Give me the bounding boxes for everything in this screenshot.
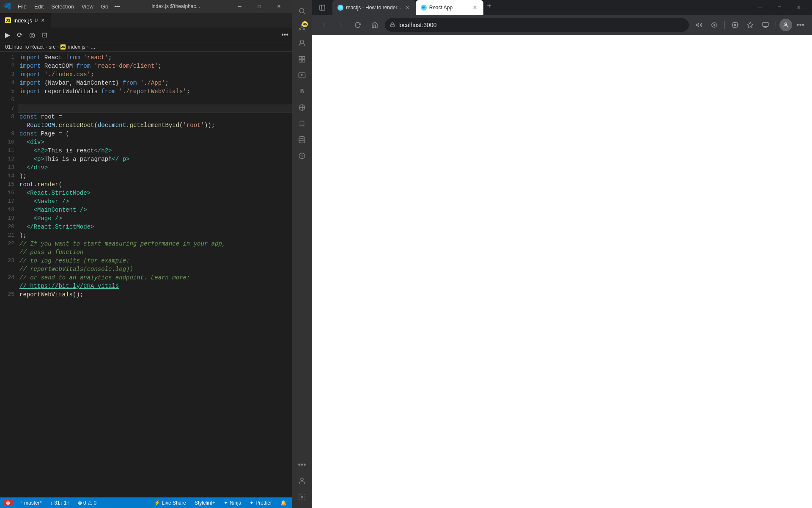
back-button[interactable] bbox=[317, 18, 331, 32]
tab-close-button[interactable]: × bbox=[40, 17, 45, 24]
menu-file[interactable]: File bbox=[14, 3, 30, 11]
collections-button[interactable] bbox=[759, 18, 772, 32]
extensions-sidebar-icon[interactable] bbox=[294, 52, 310, 67]
status-live-share[interactable]: ⚡ Live Share bbox=[152, 500, 188, 506]
browser-minimize-button[interactable]: ─ bbox=[750, 0, 770, 15]
breadcrumb-more[interactable]: … bbox=[91, 44, 96, 50]
home-button[interactable] bbox=[368, 18, 381, 32]
status-stylelint[interactable]: Stylelint+ bbox=[193, 500, 217, 506]
svg-point-22 bbox=[734, 24, 736, 26]
edge-sidebar-icon[interactable] bbox=[294, 100, 310, 115]
bookmark-sidebar-icon[interactable] bbox=[294, 116, 310, 131]
favorites-button[interactable] bbox=[743, 18, 757, 32]
account-sidebar-icon[interactable] bbox=[294, 473, 310, 489]
vscode-logo-icon bbox=[3, 2, 12, 11]
react-app-tab-close[interactable]: ✕ bbox=[472, 4, 478, 11]
ninja-icon: ✦ bbox=[224, 500, 228, 506]
code-line-22a: // If you want to start measuring perfor… bbox=[18, 240, 292, 248]
status-error-indicator[interactable]: ⊗ bbox=[3, 500, 13, 506]
editor-tab-index-js[interactable]: JS index.js U × bbox=[0, 13, 51, 28]
close-button[interactable]: ✕ bbox=[269, 0, 288, 13]
run-button[interactable]: ▶ bbox=[3, 30, 12, 40]
react-docs-tab-close[interactable]: ✕ bbox=[404, 4, 411, 11]
browser-settings-button[interactable] bbox=[728, 18, 742, 32]
svg-point-26 bbox=[785, 23, 787, 25]
watch-button[interactable]: ◎ bbox=[27, 30, 37, 40]
menu-go[interactable]: Go bbox=[98, 3, 112, 11]
source-control-sidebar-icon[interactable]: 45 bbox=[294, 19, 310, 35]
code-line-3: import './index.css'; bbox=[18, 70, 292, 79]
menu-bar: File Edit Selection View Go ••• index.js… bbox=[0, 0, 292, 13]
code-editor[interactable]: import React from 'react'; import ReactD… bbox=[18, 52, 292, 497]
timeline-sidebar-icon[interactable] bbox=[294, 148, 310, 163]
status-prettier[interactable]: ✦ Prettier bbox=[248, 500, 274, 506]
maximize-button[interactable]: □ bbox=[250, 0, 269, 13]
status-branch[interactable]: ⑂ master* bbox=[18, 500, 43, 506]
address-bar[interactable]: localhost:3000 bbox=[385, 18, 689, 32]
read-aloud-button[interactable] bbox=[692, 18, 706, 32]
status-sync[interactable]: ↕ 31↓ 1↑ bbox=[48, 500, 71, 506]
profile-button[interactable] bbox=[779, 19, 792, 31]
code-line-14: ); bbox=[18, 172, 292, 180]
js-breadcrumb-icon: JS bbox=[60, 44, 66, 50]
remote-explorer-sidebar-icon[interactable] bbox=[294, 68, 310, 83]
svg-line-7 bbox=[302, 28, 304, 29]
status-notifications[interactable]: 🔔 bbox=[279, 500, 288, 506]
breadcrumb-project[interactable]: 01.Intro To React bbox=[5, 44, 44, 50]
database-sidebar-icon[interactable] bbox=[294, 132, 310, 147]
browser-close-button[interactable]: ✕ bbox=[789, 0, 809, 15]
browser-window-controls: ─ □ ✕ bbox=[750, 0, 809, 15]
code-line-8a: const root = bbox=[18, 113, 292, 121]
code-line-7 bbox=[18, 104, 292, 113]
browser-tab-react-docs[interactable]: ⚛ reactjs - How to render... ✕ bbox=[332, 0, 416, 15]
editor-area: 12345 678 9 1011121314 1516171819 202122… bbox=[0, 52, 292, 497]
code-line-2: import ReactDOM from 'react-dom/client'; bbox=[18, 62, 292, 70]
forward-button[interactable] bbox=[334, 18, 348, 32]
status-ninja[interactable]: ✦ Ninja bbox=[222, 500, 243, 506]
debug-run-button[interactable]: ⟳ bbox=[15, 30, 24, 40]
code-line-23b: // reportWebVitals(console.log)) bbox=[18, 265, 292, 273]
browser-maximize-button[interactable]: □ bbox=[770, 0, 789, 15]
js-file-icon: JS bbox=[5, 17, 11, 23]
browser-more-button[interactable]: ••• bbox=[794, 19, 807, 31]
error-indicator-icon: ⊗ bbox=[6, 500, 10, 506]
svg-line-1 bbox=[303, 12, 304, 14]
immersive-reader-button[interactable] bbox=[708, 18, 721, 32]
bell-icon: 🔔 bbox=[280, 500, 287, 506]
status-errors[interactable]: ⊗ 0 ⚠ 0 bbox=[76, 500, 98, 506]
menu-edit[interactable]: Edit bbox=[31, 3, 47, 11]
split-editor-button[interactable]: ⊡ bbox=[40, 30, 49, 40]
svg-rect-11 bbox=[302, 60, 305, 62]
svg-point-3 bbox=[299, 29, 300, 30]
tab-filename: index.js bbox=[14, 17, 32, 24]
svg-point-4 bbox=[304, 29, 305, 30]
search-sidebar-icon[interactable] bbox=[294, 3, 310, 19]
settings-sidebar-icon[interactable] bbox=[294, 489, 310, 505]
tab-bar: JS index.js U × bbox=[0, 13, 292, 28]
prettier-icon: ✦ bbox=[250, 500, 254, 506]
toolbar-separator-2 bbox=[776, 21, 776, 29]
code-line-5: import reportWebVitals from './reportWeb… bbox=[18, 87, 292, 96]
breadcrumb-file[interactable]: index.js bbox=[68, 44, 85, 50]
breadcrumb-src[interactable]: src bbox=[49, 44, 55, 50]
debug-sidebar-icon[interactable] bbox=[294, 36, 310, 51]
copilot-sidebar-icon[interactable]: B bbox=[294, 84, 310, 99]
code-line-6 bbox=[18, 96, 292, 104]
minimize-button[interactable]: ─ bbox=[230, 0, 250, 13]
window-controls: ─ □ ✕ bbox=[230, 0, 288, 13]
editor-toolbar: ▶ ⟳ ◎ ⊡ ••• bbox=[0, 28, 292, 42]
reload-button[interactable] bbox=[351, 18, 365, 32]
menu-more[interactable]: ••• bbox=[112, 3, 122, 11]
more-sidebar-icon[interactable]: ••• bbox=[294, 457, 310, 472]
browser-tab-react-app[interactable]: ⚛ React App ✕ bbox=[416, 0, 483, 15]
browser-sidebar-toggle[interactable] bbox=[315, 1, 329, 14]
browser-right-icons: ••• bbox=[692, 18, 807, 32]
toolbar-more-button[interactable]: ••• bbox=[281, 31, 288, 39]
react-docs-tab-label: reactjs - How to render... bbox=[346, 5, 401, 11]
menu-selection[interactable]: Selection bbox=[48, 3, 77, 11]
menu-view[interactable]: View bbox=[78, 3, 97, 11]
svg-rect-10 bbox=[299, 60, 302, 62]
new-tab-button[interactable]: + bbox=[483, 0, 495, 12]
browser-titlebar: ⚛ reactjs - How to render... ✕ ⚛ React A… bbox=[312, 0, 812, 15]
toolbar-separator bbox=[724, 21, 725, 29]
